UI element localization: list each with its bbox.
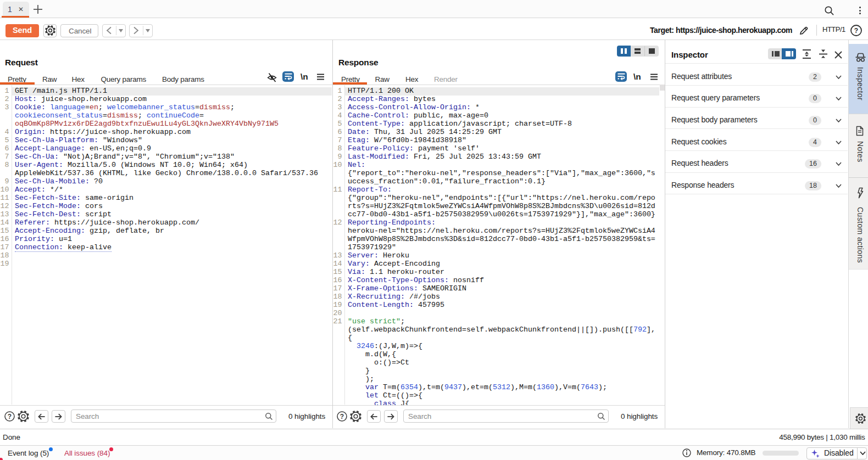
svg-text:?: ? — [8, 413, 12, 420]
svg-text:?: ? — [854, 27, 858, 35]
svg-text:?: ? — [340, 413, 344, 420]
